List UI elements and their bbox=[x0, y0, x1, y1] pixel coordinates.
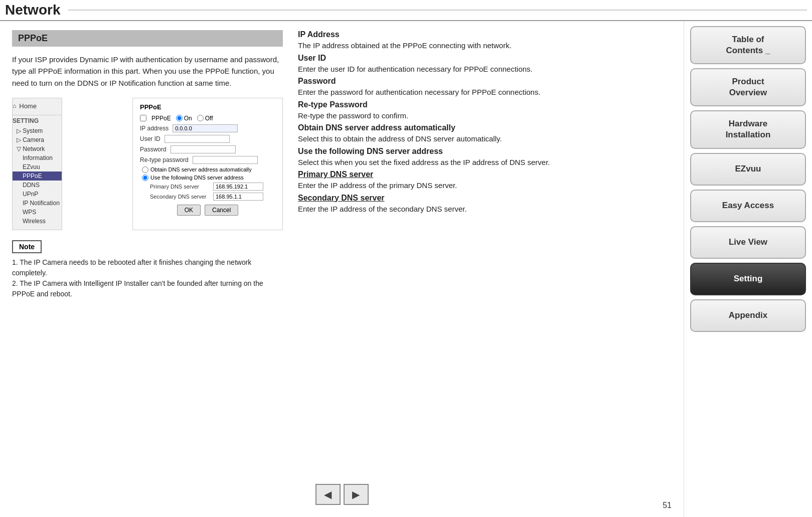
sim-menu-system[interactable]: ▷ System bbox=[13, 126, 62, 135]
header-divider bbox=[68, 10, 807, 11]
field-primary-dns: Primary DNS server Enter the IP address … bbox=[298, 170, 672, 192]
field-retype: Re-type Password Re-type the password to… bbox=[298, 100, 672, 122]
auto-dns-label: Obtain DNS server address automatically bbox=[150, 166, 252, 173]
content-area: PPPoE If your ISP provides Dynamic IP wi… bbox=[0, 21, 684, 517]
sim-sub-wps[interactable]: WPS bbox=[13, 208, 62, 217]
field-name-retype: Re-type Password bbox=[298, 100, 672, 109]
page-number: 51 bbox=[663, 501, 672, 510]
sim-menu-network[interactable]: ▽ Network bbox=[13, 144, 62, 153]
sim-sub-ezvuu[interactable]: EZvuu bbox=[13, 162, 62, 171]
pppoe-label: PPPoE bbox=[151, 115, 171, 122]
field-name-manual-dns: Use the following DNS server address bbox=[298, 147, 672, 156]
user-id-label: User ID bbox=[140, 135, 160, 142]
primary-dns-label: Primary DNS server bbox=[150, 184, 210, 190]
manual-dns-label: Use the following DNS server address bbox=[150, 175, 244, 181]
simulator: ⌂ Home SETTING ▷ System ▷ Camera ▽ Netwo… bbox=[12, 98, 283, 230]
password-input[interactable] bbox=[171, 145, 236, 153]
primary-dns-row: Primary DNS server bbox=[140, 183, 275, 191]
field-name-ip: IP Address bbox=[298, 30, 672, 39]
sim-divider bbox=[13, 115, 62, 115]
form-btn-row: OK Cancel bbox=[140, 205, 275, 216]
note-line-1: 1. The IP Camera needs to be rebooted af… bbox=[12, 257, 283, 278]
bottom-nav: ◀ ▶ bbox=[12, 479, 672, 508]
field-name-secondary-dns: Secondary DNS server bbox=[298, 194, 672, 203]
pppoe-checkbox[interactable] bbox=[140, 115, 146, 121]
page-header: Network bbox=[0, 0, 812, 21]
page-title: Network bbox=[5, 2, 60, 18]
sim-sub-ip-notification[interactable]: IP Notification bbox=[13, 199, 62, 208]
field-desc-secondary-dns: Enter the IP address of the secondary DN… bbox=[298, 204, 672, 215]
field-secondary-dns: Secondary DNS server Enter the IP addres… bbox=[298, 194, 672, 215]
retype-row: Re-type password bbox=[140, 156, 275, 164]
sidebar-btn-toc[interactable]: Table ofContents _ bbox=[690, 26, 806, 64]
field-user-id: User ID Enter the user ID for authentica… bbox=[298, 54, 672, 75]
sim-sub-ddns[interactable]: DDNS bbox=[13, 181, 62, 190]
manual-dns-radio[interactable] bbox=[142, 175, 148, 181]
field-ip-address: IP Address The IP address obtained at th… bbox=[298, 30, 672, 52]
ok-button[interactable]: OK bbox=[177, 205, 201, 216]
sim-sub-upnp[interactable]: UPnP bbox=[13, 190, 62, 199]
field-password: Password Enter the password for authenti… bbox=[298, 77, 672, 98]
field-desc-retype: Re-type the password to confirm. bbox=[298, 110, 672, 122]
field-name-userid: User ID bbox=[298, 54, 672, 63]
left-column: PPPoE If your ISP provides Dynamic IP wi… bbox=[12, 30, 283, 479]
field-manual-dns: Use the following DNS server address Sel… bbox=[298, 147, 672, 168]
field-desc-manual-dns: Select this when you set the fixed addre… bbox=[298, 157, 672, 168]
section-header: PPPoE bbox=[12, 30, 283, 47]
sim-sub-information[interactable]: Information bbox=[13, 153, 62, 162]
auto-dns-option[interactable]: Obtain DNS server address automatically bbox=[140, 166, 275, 173]
sidebar-btn-live-view[interactable]: Live View bbox=[690, 226, 806, 259]
auto-dns-radio[interactable] bbox=[142, 166, 148, 173]
secondary-dns-input[interactable] bbox=[213, 193, 263, 201]
pppoe-on-label[interactable]: On bbox=[176, 115, 192, 122]
sidebar-btn-appendix[interactable]: Appendix bbox=[690, 299, 806, 332]
manual-dns-option[interactable]: Use the following DNS server address bbox=[140, 175, 275, 181]
retype-label: Re-type password bbox=[140, 156, 189, 163]
sim-home-label: Home bbox=[19, 102, 37, 110]
sidebar-btn-overview[interactable]: ProductOverview bbox=[690, 68, 806, 106]
password-row: Password bbox=[140, 145, 275, 153]
home-icon: ⌂ bbox=[13, 102, 16, 109]
sim-sub-wireless[interactable]: Wireless bbox=[13, 217, 62, 226]
field-desc-auto-dns: Select this to obtain the address of DNS… bbox=[298, 133, 672, 145]
field-name-auto-dns: Obtain DNS server address automatically bbox=[298, 123, 672, 132]
field-auto-dns: Obtain DNS server address automatically … bbox=[298, 123, 672, 145]
next-button[interactable]: ▶ bbox=[344, 484, 369, 505]
ip-address-input[interactable] bbox=[173, 124, 238, 132]
field-name-primary-dns: Primary DNS server bbox=[298, 170, 672, 179]
prev-button[interactable]: ◀ bbox=[315, 484, 341, 505]
sim-setting-label: SETTING bbox=[13, 117, 62, 124]
field-desc-userid: Enter the user ID for authentication nec… bbox=[298, 64, 672, 75]
sidebar-btn-easy-access[interactable]: Easy Access bbox=[690, 190, 806, 222]
secondary-dns-row: Secondary DNS server bbox=[140, 193, 275, 201]
note-label: Note bbox=[12, 240, 42, 253]
pppoe-form: PPPoE PPPoE On Off IP address Us bbox=[132, 98, 283, 230]
pppoe-off-label[interactable]: Off bbox=[197, 115, 213, 122]
sidebar: Table ofContents _ ProductOverview Hardw… bbox=[684, 21, 812, 517]
note-line-2: 2. The IP Camera with Intelligent IP Ins… bbox=[12, 278, 283, 299]
sim-sub-pppoe[interactable]: PPPoE bbox=[13, 171, 62, 181]
right-column: IP Address The IP address obtained at th… bbox=[298, 30, 672, 479]
retype-input[interactable] bbox=[193, 156, 258, 164]
sim-sidebar: ⌂ Home SETTING ▷ System ▷ Camera ▽ Netwo… bbox=[12, 98, 62, 230]
pppoe-form-title: PPPoE bbox=[140, 103, 275, 111]
field-name-password: Password bbox=[298, 77, 672, 86]
secondary-dns-label: Secondary DNS server bbox=[150, 194, 210, 200]
pppoe-toggle-row: PPPoE On Off bbox=[140, 115, 275, 122]
intro-text: If your ISP provides Dynamic IP with aut… bbox=[12, 54, 283, 89]
primary-dns-input[interactable] bbox=[213, 183, 263, 191]
ip-address-label: IP address bbox=[140, 125, 169, 132]
sidebar-btn-ezvuu[interactable]: EZvuu bbox=[690, 153, 806, 186]
user-id-input[interactable] bbox=[165, 135, 230, 143]
sidebar-btn-setting[interactable]: Setting bbox=[690, 263, 806, 295]
ip-address-row: IP address bbox=[140, 124, 275, 132]
field-desc-password: Enter the password for authentication ne… bbox=[298, 87, 672, 98]
field-desc-primary-dns: Enter the IP address of the primary DNS … bbox=[298, 180, 672, 192]
sim-home: ⌂ Home bbox=[13, 102, 62, 110]
cancel-button[interactable]: Cancel bbox=[205, 205, 238, 216]
sim-menu-camera[interactable]: ▷ Camera bbox=[13, 135, 62, 144]
sidebar-btn-hardware[interactable]: HardwareInstallation bbox=[690, 110, 806, 148]
password-label: Password bbox=[140, 146, 167, 153]
user-id-row: User ID bbox=[140, 135, 275, 143]
field-desc-ip: The IP address obtained at the PPPoE con… bbox=[298, 40, 672, 52]
